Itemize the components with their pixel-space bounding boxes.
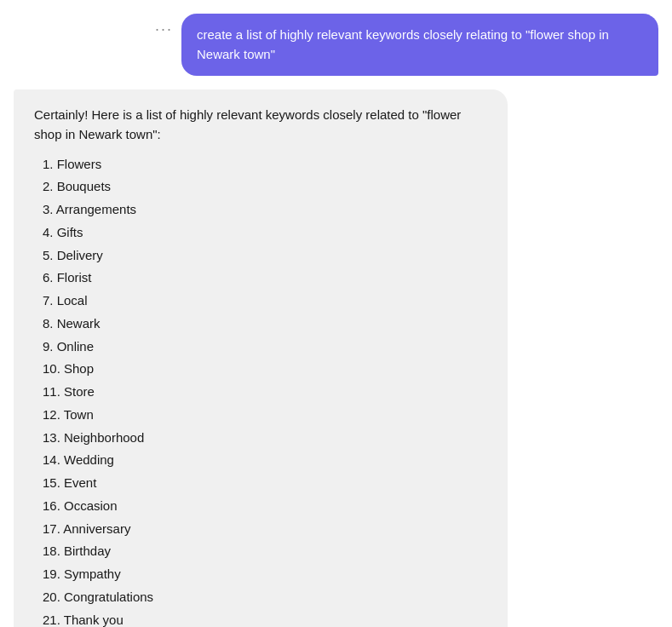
list-item: 1. Flowers — [43, 153, 487, 176]
list-item: 6. Florist — [43, 267, 487, 290]
user-message-bubble: create a list of highly relevant keyword… — [181, 14, 658, 76]
list-item: 3. Arrangements — [43, 198, 487, 221]
more-options-icon[interactable]: ··· — [155, 20, 173, 38]
list-item: 5. Delivery — [43, 244, 487, 267]
list-item: 13. Neighborhood — [43, 427, 487, 450]
list-item: 4. Gifts — [43, 221, 487, 244]
list-item: 12. Town — [43, 404, 487, 427]
chat-container: ··· create a list of highly relevant key… — [0, 0, 672, 627]
list-item: 7. Local — [43, 290, 487, 313]
list-item: 19. Sympathy — [43, 563, 487, 586]
list-item: 20. Congratulations — [43, 586, 487, 609]
list-item: 16. Occasion — [43, 495, 487, 518]
list-item: 10. Shop — [43, 358, 487, 381]
list-item: 2. Bouquets — [43, 175, 487, 198]
list-item: 18. Birthday — [43, 540, 487, 563]
user-message-row: ··· create a list of highly relevant key… — [0, 14, 672, 76]
list-item: 17. Anniversary — [43, 518, 487, 541]
list-item: 15. Event — [43, 472, 487, 495]
list-item: 14. Wedding — [43, 449, 487, 472]
assistant-message-bubble: Certainly! Here is a list of highly rele… — [14, 89, 508, 627]
list-item: 9. Online — [43, 336, 487, 359]
list-item: 21. Thank you — [43, 609, 487, 628]
list-item: 8. Newark — [43, 313, 487, 336]
assistant-message-row: Certainly! Here is a list of highly rele… — [0, 89, 672, 627]
user-message-text: create a list of highly relevant keyword… — [197, 27, 609, 61]
list-item: 11. Store — [43, 381, 487, 404]
keyword-list: 1. Flowers2. Bouquets3. Arrangements4. G… — [34, 153, 487, 628]
assistant-intro-text: Certainly! Here is a list of highly rele… — [34, 105, 487, 145]
